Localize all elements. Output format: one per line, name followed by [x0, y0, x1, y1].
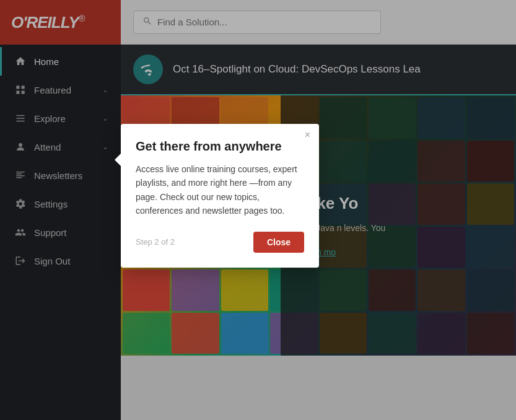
popup-footer: Step 2 of 2 Close: [136, 232, 304, 253]
popup-close-button[interactable]: Close: [253, 232, 304, 253]
popup-card: × Get there from anywhere Access live on…: [121, 124, 319, 268]
popup-close-x-button[interactable]: ×: [305, 130, 310, 140]
popup-arrow: [115, 154, 121, 166]
popup-step: Step 2 of 2: [136, 237, 175, 247]
popup-body: Access live online training courses, exp…: [136, 162, 304, 218]
popup-title: Get there from anywhere: [136, 139, 304, 154]
